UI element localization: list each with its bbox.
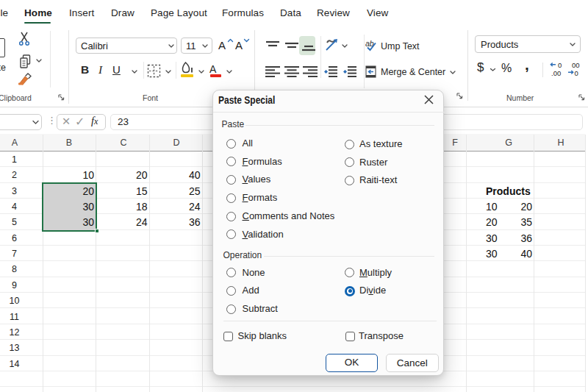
- svg-text:00: 00: [572, 61, 580, 69]
- svg-text:.00: .00: [551, 69, 561, 77]
- svg-text:0: 0: [558, 61, 562, 69]
- svg-text:0: 0: [575, 69, 578, 77]
